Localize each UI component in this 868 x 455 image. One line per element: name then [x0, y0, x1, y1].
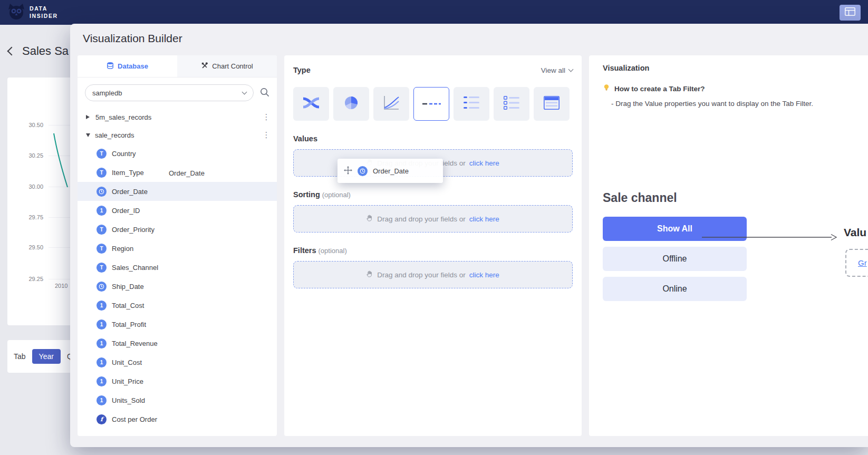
field-name: Unit_Price: [112, 377, 143, 385]
tab-chart-control-label: Chart Control: [212, 62, 253, 70]
field-row-item-type[interactable]: T Item_Type: [78, 163, 277, 182]
field-row-order-priority[interactable]: T Order_Priority: [78, 220, 277, 239]
text-field-icon: T: [97, 263, 107, 273]
y-tick: 30.00: [20, 183, 43, 190]
field-row-total-revenue[interactable]: 1 Total_Revenue: [78, 334, 277, 353]
brand-text: DATA INSIDER: [30, 5, 58, 20]
visualization-section-label: Visualization: [603, 64, 854, 72]
table-row-5m-sales-records[interactable]: 5m_sales_records: [78, 108, 277, 126]
chevron-down-icon: [568, 66, 574, 72]
table-name: sale_records: [95, 131, 262, 139]
type-card-line[interactable]: [373, 87, 409, 121]
tab-filter-icon: [422, 99, 441, 109]
field-name: Sales_Channel: [112, 264, 158, 272]
table-row-sale-records[interactable]: sale_records: [78, 126, 277, 144]
function-field-icon: f: [97, 414, 107, 424]
y-tick: 30.25: [20, 152, 43, 159]
chevron-down-icon: [242, 89, 247, 94]
drag-ghost-order-date[interactable]: Order_Date: [337, 159, 443, 183]
dashboard-grid-button[interactable]: [840, 5, 861, 21]
text-field-icon: T: [97, 168, 107, 178]
field-name: Order_Priority: [112, 226, 155, 234]
visualization-panel: Visualization How to create a Tab Filter…: [589, 55, 868, 436]
field-row-country[interactable]: T Country: [78, 144, 277, 163]
click-here-link[interactable]: click here: [469, 159, 499, 167]
tab-filter-button-offline[interactable]: Offline: [603, 247, 747, 271]
field-name: Total_Profit: [112, 321, 146, 328]
number-field-icon: 1: [97, 320, 107, 330]
number-field-icon: 1: [97, 395, 107, 405]
hint-body: - Drag the Value properties you want to …: [611, 100, 854, 108]
owl-logo-icon: [7, 2, 25, 23]
top-navbar: DATA INSIDER: [0, 0, 868, 25]
filters-section-label: Filters(optional): [293, 246, 573, 255]
granularity-tab-label[interactable]: Tab: [14, 352, 26, 361]
search-icon[interactable]: [259, 87, 269, 99]
kebab-menu-icon[interactable]: [262, 112, 271, 122]
number-field-icon: 1: [97, 357, 107, 367]
tab-chart-control[interactable]: Chart Control: [177, 55, 277, 77]
sorting-dropzone[interactable]: Drag and drop your fields or click here: [293, 205, 573, 233]
text-field-icon: T: [97, 149, 107, 159]
back-icon[interactable]: [7, 47, 16, 56]
field-row-unit-price[interactable]: 1 Unit_Price: [78, 372, 277, 391]
screen: DATA INSIDER Sales Sa 30.50 30.25 30.00 …: [0, 0, 868, 455]
dropzone-text: Drag and drop your fields or: [377, 215, 465, 223]
dropzone-text: Drag and drop your fields or: [377, 271, 465, 279]
visualization-builder-modal: Visualization Builder Database Chart Con…: [70, 24, 868, 447]
tab-filter-preview: Show All Offline Online: [603, 217, 747, 301]
tab-database[interactable]: Database: [78, 55, 177, 77]
table-icon: [544, 96, 560, 112]
type-card-checkbox-list[interactable]: [494, 87, 529, 121]
database-select[interactable]: sampledb: [85, 84, 254, 101]
checkbox-list-icon: [504, 96, 519, 112]
number-field-icon: 1: [97, 376, 107, 386]
sankey-icon: [302, 95, 320, 113]
granularity-year-chip[interactable]: Year: [32, 349, 61, 364]
lightbulb-icon: [603, 84, 610, 93]
click-here-link[interactable]: click here: [469, 271, 499, 279]
tab-filter-button-online[interactable]: Online: [603, 277, 747, 301]
filters-dropzone[interactable]: Drag and drop your fields or click here: [293, 261, 573, 288]
field-row-region[interactable]: T Region: [78, 239, 277, 258]
page-title: Sales Sa: [22, 44, 69, 58]
field-name: Unit_Cost: [112, 359, 142, 366]
values-section-label: Values: [293, 134, 573, 143]
tab-filter-button-show-all[interactable]: Show All: [603, 217, 747, 241]
field-row-ship-date[interactable]: Ship_Date: [78, 277, 277, 296]
field-row-total-cost[interactable]: 1 Total_Cost: [78, 296, 277, 315]
field-row-total-profit[interactable]: 1 Total_Profit: [78, 315, 277, 334]
caret-right-icon[interactable]: [86, 115, 90, 119]
values-edge-dropzone[interactable]: Gr: [845, 249, 868, 277]
y-tick: 29.75: [20, 214, 43, 220]
grid-icon: [845, 7, 855, 18]
caret-down-icon[interactable]: [86, 133, 90, 137]
field-row-units-sold[interactable]: 1 Units_Sold: [78, 391, 277, 410]
values-edge-label: Valu: [844, 226, 866, 239]
field-row-cost-per-order[interactable]: f Cost per Order: [78, 410, 277, 429]
type-card-table[interactable]: [534, 87, 570, 121]
date-field-icon: [97, 282, 107, 292]
view-all-button[interactable]: View all: [541, 66, 573, 74]
group-link[interactable]: Gr: [858, 258, 867, 267]
date-field-icon: [97, 187, 107, 197]
field-row-order-id[interactable]: 1 Order_ID: [78, 201, 277, 220]
tab-database-label: Database: [118, 62, 148, 70]
type-card-value-list[interactable]: [454, 87, 489, 121]
left-panel-tabs: Database Chart Control: [78, 55, 277, 78]
field-row-order-date[interactable]: Order_Date: [78, 182, 277, 201]
type-card-tab-filter[interactable]: [413, 87, 449, 121]
field-row-sales-channel[interactable]: T Sales_Channel: [78, 258, 277, 277]
number-field-icon: 1: [97, 338, 107, 348]
type-card-sankey[interactable]: [293, 87, 329, 121]
field-row-unit-cost[interactable]: 1 Unit_Cost: [78, 353, 277, 372]
type-card-pie[interactable]: [333, 87, 369, 121]
tools-icon: [201, 62, 208, 71]
field-name: Units_Sold: [112, 396, 145, 404]
page-header: Sales Sa: [8, 44, 69, 58]
preview-chart-title: Sale channel: [603, 191, 854, 205]
kebab-menu-icon[interactable]: [262, 130, 271, 140]
schema-tree: 5m_sales_records sale_records T Country …: [78, 105, 277, 429]
field-name: Country: [112, 150, 136, 158]
click-here-link[interactable]: click here: [469, 215, 499, 223]
